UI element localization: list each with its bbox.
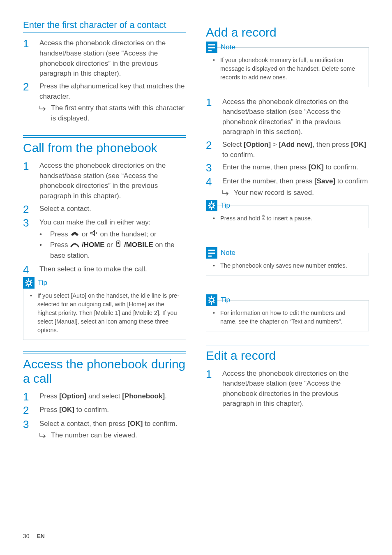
heading: Access the phonebook during a call [23, 357, 186, 386]
tip-box: Tip Press and hold ⁑ to insert a pause. [206, 206, 369, 228]
subheading: Enter the first character of a contact [23, 20, 186, 32]
tip-box: Tip For information on how to edit the n… [206, 300, 369, 331]
language-code: EN [37, 533, 44, 539]
section-enter-first-char: Enter the first character of a contact 1… [23, 20, 186, 124]
page-number: 30 [23, 533, 30, 539]
tip-icon [206, 200, 217, 211]
heading: Add a record [206, 25, 369, 40]
section-call-from-phonebook: Call from the phonebook 1Access the phon… [23, 135, 186, 340]
step: 2 Press the alphanumerical key that matc… [23, 81, 186, 124]
phone-icon [70, 229, 80, 240]
note-icon [206, 42, 217, 53]
tip-icon [23, 277, 35, 289]
result-arrow-icon [39, 430, 47, 441]
heading: Edit a record [206, 349, 369, 363]
section-edit-record: Edit a record 1Access the phonebook dire… [206, 343, 369, 409]
section-access-during-call: Access the phonebook during a call 1 Pre… [23, 352, 186, 441]
tip-box: Tip If you select [Auto] on the handset,… [23, 283, 186, 340]
tip-icon [206, 294, 217, 306]
right-column: Add a record Note If your phonebook memo… [206, 20, 369, 452]
mobile-icon [115, 240, 122, 251]
note-box: Note The phonebook only saves new number… [206, 253, 369, 275]
step: 1 Access the phonebook directories on th… [23, 38, 186, 79]
section-add-record: Add a record Note If your phonebook memo… [206, 20, 369, 331]
page-footer: 30 EN [23, 533, 45, 539]
speaker-icon [90, 229, 98, 240]
left-column: Enter the first character of a contact 1… [23, 20, 186, 452]
note-box: Note If your phonebook memory is full, a… [206, 47, 369, 87]
result-arrow-icon [222, 188, 230, 198]
heading: Call from the phonebook [23, 141, 186, 155]
curve-icon [70, 240, 80, 251]
result-arrow-icon [39, 103, 47, 123]
note-icon [206, 247, 217, 259]
